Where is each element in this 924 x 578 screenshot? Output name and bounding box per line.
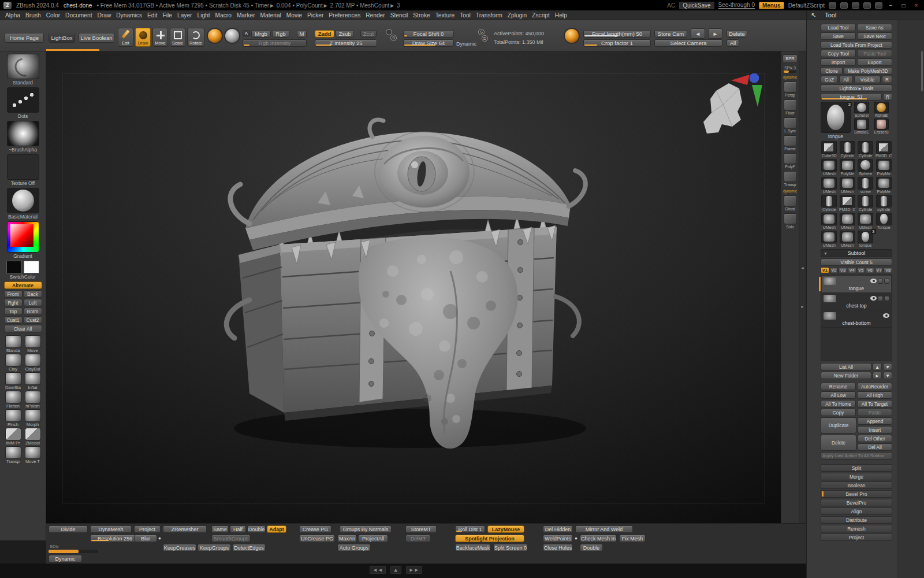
apply-last-action-button[interactable]: Apply Last Action To All Subtoo — [821, 452, 892, 460]
back-button[interactable]: Back — [24, 290, 42, 298]
zremesher-button[interactable]: ZRemesher — [163, 525, 207, 533]
prev-cam-button[interactable]: ◄ — [691, 28, 705, 39]
tool-grid-item[interactable]: Cube3D — [821, 141, 838, 158]
local-symmetry-toggle[interactable]: L.Sym — [784, 117, 797, 133]
goz-r-button[interactable]: R — [882, 76, 892, 83]
menu-stroke[interactable]: Stroke — [413, 12, 430, 18]
brush-slot-inflat[interactable]: Inflat — [24, 373, 42, 390]
bevel-pro-section[interactable]: Bevel Pro — [821, 490, 892, 498]
menu-edit[interactable]: Edit — [147, 12, 158, 18]
double-sided-button[interactable]: Double — [580, 544, 603, 551]
tool-grid-item[interactable]: screw — [857, 177, 874, 194]
alternate-button[interactable]: Alternate — [4, 281, 42, 289]
tool-grid-item[interactable]: UMesh — [857, 213, 874, 229]
dynamesh-button[interactable]: DynaMesh — [90, 525, 132, 533]
maxan-slider[interactable]: MaxAn — [337, 535, 357, 542]
main-color-swatch[interactable] — [6, 261, 22, 273]
zscript-selector[interactable]: DefaultZScript — [788, 2, 825, 9]
sculpt-icon[interactable] — [884, 279, 889, 284]
dynamic-draw-size-label[interactable]: Dynamic — [456, 41, 476, 47]
save-button[interactable]: Save — [821, 32, 856, 40]
dynamic-subdiv-button[interactable]: Dynamic — [49, 555, 82, 562]
delete-cam-button[interactable]: Delete — [726, 30, 747, 38]
left-button[interactable]: Left — [24, 299, 42, 306]
tool-grid-item[interactable]: Cylinde — [857, 195, 874, 212]
menu-draw[interactable]: Draw — [97, 12, 111, 18]
menu-light[interactable]: Light — [197, 12, 210, 18]
ghost-toggle[interactable]: Ghost — [784, 195, 797, 211]
subtool-row-tongue[interactable]: tongue — [822, 276, 891, 293]
menu-zscript[interactable]: Zscript — [532, 12, 550, 18]
lazymouse-button[interactable]: LazyMouse — [487, 525, 524, 533]
quick-tool-simplebrush[interactable]: SimpleE — [852, 118, 871, 134]
brush-slot-hpolish[interactable]: hPolish — [24, 391, 42, 409]
subtool-row-chest-top[interactable]: chest-top — [822, 293, 891, 310]
polyframe-toggle[interactable]: PolyF — [784, 153, 797, 169]
current-material-slot[interactable]: BasicMaterial — [3, 188, 43, 220]
blur-button[interactable]: Blur — [134, 535, 157, 542]
all-low-button[interactable]: All Low — [821, 391, 856, 399]
maximize-button[interactable]: □ — [899, 2, 908, 9]
brush-slot-damstandard[interactable]: DamSta — [4, 373, 23, 390]
draw-size-slider[interactable]: Draw Size 64 — [403, 39, 454, 47]
menu-macro[interactable]: Macro — [215, 12, 232, 18]
autoreorder-button[interactable]: AutoReorder — [857, 383, 892, 390]
store-cam-button[interactable]: Store Cam — [654, 30, 687, 38]
layout-icon-2[interactable] — [840, 2, 848, 9]
check-mesh-button[interactable]: Check Mesh In — [580, 535, 617, 542]
layout-icon-1[interactable] — [829, 2, 836, 9]
auto-groups-button[interactable]: Auto Groups — [337, 544, 371, 551]
menu-material[interactable]: Material — [260, 12, 281, 18]
transparency-toggle[interactable]: Transp — [784, 171, 797, 187]
roll-dist-slider[interactable]: Roll Dist 1 — [455, 525, 485, 533]
brush-slot-pinch[interactable]: Pinch — [4, 410, 23, 427]
current-brush-slot[interactable]: Standard — [3, 54, 43, 86]
perspective-toggle[interactable]: Persp — [784, 81, 797, 97]
folder-collapse-icon[interactable]: ▼ — [883, 372, 892, 379]
menu-transform[interactable]: Transform — [476, 12, 502, 18]
menu-preferences[interactable]: Preferences — [329, 12, 360, 18]
boolean-section[interactable]: Boolean — [821, 481, 892, 489]
tool-grid-item[interactable]: UMesh — [821, 159, 838, 176]
z-intensity-slider[interactable]: Z Intensity 25 — [315, 39, 377, 47]
distribute-section[interactable]: Distribute — [821, 516, 892, 524]
tab-v3[interactable]: V3 — [839, 267, 847, 273]
polypaint-icon[interactable] — [878, 279, 883, 284]
tool-grid-item[interactable]: Cylinde — [857, 141, 874, 158]
draw-button[interactable]: Draw — [135, 28, 151, 47]
menu-document[interactable]: Document — [65, 12, 92, 18]
insert-button[interactable]: Insert — [858, 426, 892, 433]
menus-button[interactable]: Menus — [759, 2, 784, 9]
menu-brush[interactable]: Brush — [25, 12, 41, 18]
item-info-r-button[interactable]: R — [883, 93, 892, 101]
brush-slot-clay[interactable]: Clay — [4, 354, 23, 372]
expand-right-icon[interactable]: ► — [800, 305, 804, 309]
tool-grid-item[interactable]: Tongue — [875, 213, 893, 229]
project-section[interactable]: Project — [821, 533, 892, 541]
brush-slot-move[interactable]: Move — [24, 336, 42, 353]
resolution-slider[interactable]: Resolution 256 — [90, 535, 140, 542]
quick-tool-alphabrush[interactable]: AlphaB — [872, 102, 891, 117]
lightbox-button[interactable]: LightBox — [49, 33, 75, 43]
double-button[interactable]: Double — [247, 525, 266, 533]
axis-z-marker[interactable] — [749, 73, 759, 83]
mimic-chest-sculpt[interactable] — [46, 51, 781, 523]
save-next-button[interactable]: Save Next — [857, 32, 892, 40]
viewport[interactable] — [46, 51, 781, 523]
brush-slot-standard[interactable]: Standa — [4, 336, 23, 353]
menu-texture[interactable]: Texture — [435, 12, 454, 18]
dock-scroll-arrows[interactable]: ◄◄ ▲ ►► — [370, 566, 422, 574]
menu-render[interactable]: Render — [366, 12, 385, 18]
spix-slider[interactable]: SPix 3 — [784, 65, 796, 73]
bpr-button[interactable]: BPR — [783, 54, 798, 63]
menu-layer[interactable]: Layer — [177, 12, 192, 18]
make-polymesh3d-button[interactable]: Make PolyMesh3D — [844, 67, 892, 75]
current-material-sphere[interactable] — [208, 29, 222, 43]
bevelpro-button[interactable]: BevelPro — [821, 499, 892, 506]
fix-mesh-button[interactable]: Fix Mesh — [619, 535, 646, 542]
camera-icon[interactable] — [565, 29, 579, 43]
tab-v7[interactable]: V7 — [875, 267, 884, 273]
color-picker[interactable]: Gradient — [3, 221, 43, 259]
projectall-button[interactable]: ProjectAll — [358, 535, 388, 542]
sculpt-icon[interactable] — [884, 296, 889, 301]
